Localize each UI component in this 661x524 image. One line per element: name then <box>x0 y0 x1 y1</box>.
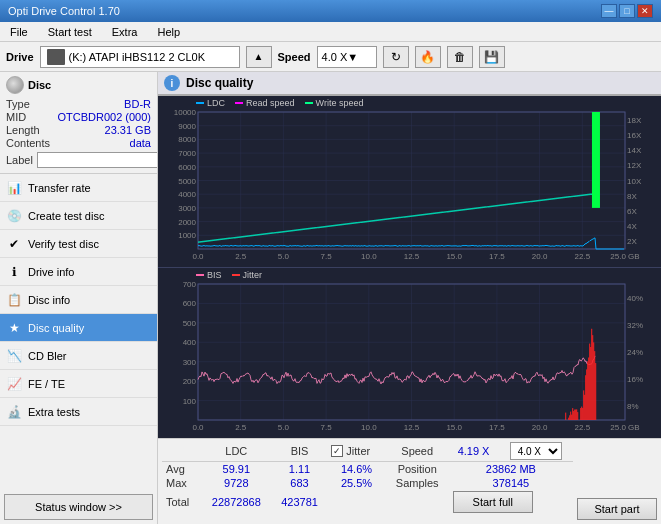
start-full-button[interactable]: Start full <box>453 491 533 513</box>
sidebar-item-verify-test-disc[interactable]: ✔ Verify test disc <box>0 230 157 258</box>
avg-ldc: 59.91 <box>201 462 272 477</box>
sidebar-item-label: Drive info <box>28 266 74 278</box>
maximize-button[interactable]: □ <box>619 4 635 18</box>
legend-jitter: Jitter <box>232 270 263 280</box>
erase-button[interactable]: 🗑 <box>447 46 473 68</box>
mid-value: OTCBDR002 (000) <box>57 111 151 123</box>
eject-button[interactable]: ▲ <box>246 46 272 68</box>
top-chart: LDC Read speed Write speed <box>158 96 661 268</box>
col-speed-selector[interactable]: 4.0 X 2.0 X 1.0 X <box>498 441 573 462</box>
drive-label: Drive <box>6 51 34 63</box>
speed-select[interactable]: 4.0 X 2.0 X 1.0 X <box>510 442 562 460</box>
menu-file[interactable]: File <box>4 25 34 39</box>
top-chart-canvas <box>158 96 661 267</box>
legend-read-speed: Read speed <box>235 98 295 108</box>
bottom-chart: BIS Jitter <box>158 268 661 439</box>
cd-bler-icon: 📉 <box>6 348 22 364</box>
disc-quality-title: Disc quality <box>186 76 253 90</box>
sidebar-item-cd-bler[interactable]: 📉 CD Bler <box>0 342 157 370</box>
sidebar-item-label: Disc info <box>28 294 70 306</box>
speed-selector[interactable]: 4.0 X ▼ <box>317 46 377 68</box>
sidebar-item-disc-info[interactable]: 📋 Disc info <box>0 286 157 314</box>
col-speed-val: 4.19 X <box>449 441 499 462</box>
max-bis: 683 <box>272 476 328 490</box>
window-controls: — □ ✕ <box>601 4 653 18</box>
total-ldc: 22872868 <box>201 490 272 514</box>
disc-panel-title: Disc <box>28 79 51 91</box>
top-chart-legend: LDC Read speed Write speed <box>196 98 363 108</box>
length-label: Length <box>6 124 40 136</box>
save-button[interactable]: 💾 <box>479 46 505 68</box>
disc-icon <box>6 76 24 94</box>
start-part-button[interactable]: Start part <box>577 498 657 520</box>
sidebar-item-drive-info[interactable]: ℹ Drive info <box>0 258 157 286</box>
disc-quality-header: i Disc quality <box>158 72 661 96</box>
stats-bar: LDC BIS ✓ Jitter Speed 4.19 X <box>158 438 661 524</box>
app-title: Opti Drive Control 1.70 <box>8 5 120 17</box>
drive-info-icon: ℹ <box>6 264 22 280</box>
col-jitter-check[interactable]: ✓ Jitter <box>327 441 385 462</box>
close-button[interactable]: ✕ <box>637 4 653 18</box>
drive-selector[interactable]: (K:) ATAPI iHBS112 2 CL0K <box>40 46 240 68</box>
menu-extra[interactable]: Extra <box>106 25 144 39</box>
disc-quality-panel-icon: i <box>164 75 180 91</box>
max-ldc: 9728 <box>201 476 272 490</box>
sidebar-item-disc-quality[interactable]: ★ Disc quality <box>0 314 157 342</box>
create-test-disc-icon: 💿 <box>6 208 22 224</box>
sidebar-item-fe-te[interactable]: 📈 FE / TE <box>0 370 157 398</box>
sidebar-item-label: Verify test disc <box>28 238 99 250</box>
col-ldc: LDC <box>201 441 272 462</box>
drive-bar: Drive (K:) ATAPI iHBS112 2 CL0K ▲ Speed … <box>0 42 661 72</box>
burn-button[interactable]: 🔥 <box>415 46 441 68</box>
stats-row-avg: Avg 59.91 1.11 14.6% Position 23862 MB <box>162 462 573 477</box>
type-label: Type <box>6 98 30 110</box>
label-label: Label <box>6 154 33 166</box>
sidebar-menu: 📊 Transfer rate 💿 Create test disc ✔ Ver… <box>0 174 157 490</box>
total-jitter <box>327 490 385 514</box>
fe-te-icon: 📈 <box>6 376 22 392</box>
stats-table-wrap: LDC BIS ✓ Jitter Speed 4.19 X <box>162 441 573 522</box>
main-layout: Disc Type BD-R MID OTCBDR002 (000) Lengt… <box>0 72 661 524</box>
speed-dropdown-icon: ▼ <box>347 51 358 63</box>
stats-row-max: Max 9728 683 25.5% Samples 378145 <box>162 476 573 490</box>
drive-icon <box>47 49 65 65</box>
sidebar-item-label: Disc quality <box>28 322 84 334</box>
sidebar: Disc Type BD-R MID OTCBDR002 (000) Lengt… <box>0 72 158 524</box>
sidebar-item-transfer-rate[interactable]: 📊 Transfer rate <box>0 174 157 202</box>
legend-bis: BIS <box>196 270 222 280</box>
menu-start-test[interactable]: Start test <box>42 25 98 39</box>
total-label: Total <box>162 490 201 514</box>
refresh-button[interactable]: ↻ <box>383 46 409 68</box>
label-input[interactable] <box>37 152 158 168</box>
status-window-button[interactable]: Status window >> <box>4 494 153 520</box>
title-bar: Opti Drive Control 1.70 — □ ✕ <box>0 0 661 22</box>
type-value: BD-R <box>124 98 151 110</box>
disc-panel: Disc Type BD-R MID OTCBDR002 (000) Lengt… <box>0 72 157 174</box>
jitter-checkbox[interactable]: ✓ <box>331 445 343 457</box>
menu-help[interactable]: Help <box>151 25 186 39</box>
contents-value: data <box>130 137 151 149</box>
sidebar-item-label: FE / TE <box>28 378 65 390</box>
max-label: Max <box>162 476 201 490</box>
mid-label: MID <box>6 111 26 123</box>
samples-value: 378145 <box>449 476 573 490</box>
content-area: i Disc quality LDC Read speed <box>158 72 661 524</box>
minimize-button[interactable]: — <box>601 4 617 18</box>
col-empty <box>162 441 201 462</box>
sidebar-item-create-test-disc[interactable]: 💿 Create test disc <box>0 202 157 230</box>
bottom-chart-legend: BIS Jitter <box>196 270 262 280</box>
transfer-rate-icon: 📊 <box>6 180 22 196</box>
legend-write-speed: Write speed <box>305 98 364 108</box>
charts-area: LDC Read speed Write speed <box>158 96 661 438</box>
sidebar-item-label: Transfer rate <box>28 182 91 194</box>
speed-value: 4.0 X <box>322 51 348 63</box>
start-part-wrap: Start part <box>577 441 657 522</box>
sidebar-item-extra-tests[interactable]: 🔬 Extra tests <box>0 398 157 426</box>
samples-label: Samples <box>386 476 449 490</box>
position-label: Position <box>386 462 449 477</box>
sidebar-item-label: Extra tests <box>28 406 80 418</box>
avg-label: Avg <box>162 462 201 477</box>
speed-label: Speed <box>278 51 311 63</box>
total-bis: 423781 <box>272 490 328 514</box>
sidebar-item-label: Create test disc <box>28 210 104 222</box>
